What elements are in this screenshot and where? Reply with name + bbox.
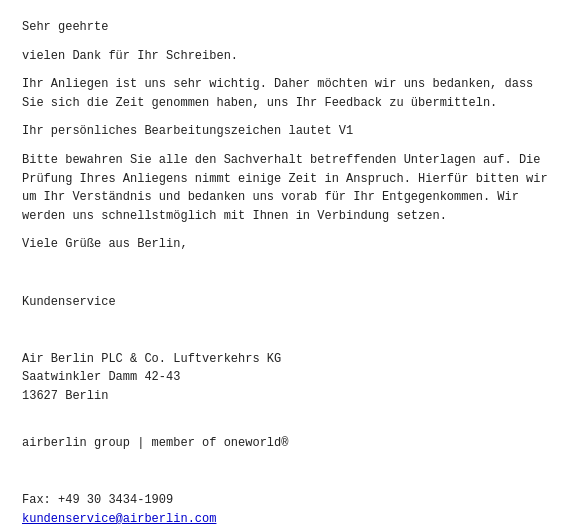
- company-name: Air Berlin PLC & Co. Luftverkehrs KG: [22, 350, 562, 369]
- para3: Ihr persönliches Bearbeitungszeichen lau…: [22, 122, 562, 141]
- email-body: Sehr geehrte vielen Dank für Ihr Schreib…: [22, 18, 562, 526]
- contact-block: Fax: +49 30 3434-1909 kundenservice@airb…: [22, 491, 562, 526]
- greeting: Sehr geehrte: [22, 18, 562, 37]
- address-block: Air Berlin PLC & Co. Luftverkehrs KG Saa…: [22, 350, 562, 406]
- email-line: kundenservice@airberlin.com: [22, 510, 562, 526]
- address-line2: 13627 Berlin: [22, 387, 562, 406]
- email-link[interactable]: kundenservice@airberlin.com: [22, 512, 216, 526]
- para1: vielen Dank für Ihr Schreiben.: [22, 47, 562, 66]
- para2: Ihr Anliegen ist uns sehr wichtig. Daher…: [22, 75, 562, 112]
- email-container: Sehr geehrte vielen Dank für Ihr Schreib…: [0, 0, 584, 526]
- department: Kundenservice: [22, 293, 562, 312]
- address-line1: Saatwinkler Damm 42-43: [22, 368, 562, 387]
- closing: Viele Grüße aus Berlin,: [22, 235, 562, 254]
- fax-line: Fax: +49 30 3434-1909: [22, 491, 562, 510]
- group-line: airberlin group | member of oneworld®: [22, 434, 562, 453]
- para4: Bitte bewahren Sie alle den Sachverhalt …: [22, 151, 562, 225]
